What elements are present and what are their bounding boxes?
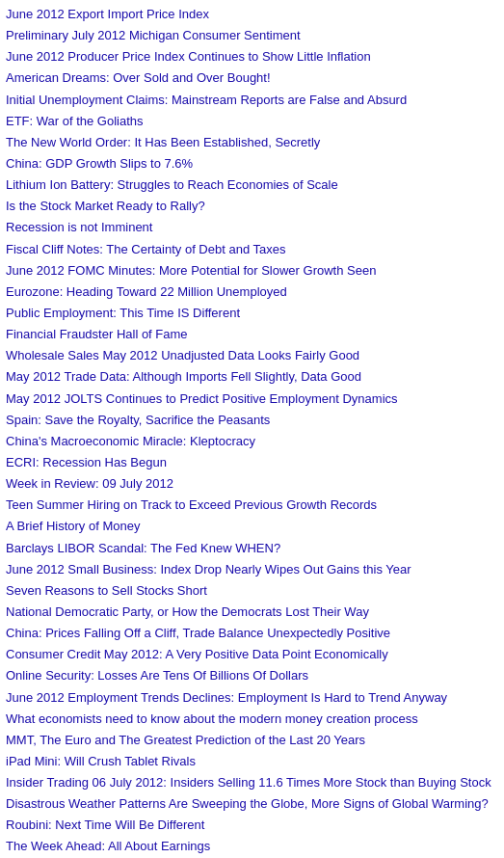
article-link[interactable]: MMT, The Euro and The Greatest Predictio… <box>6 730 498 751</box>
article-link[interactable]: June 2012 Producer Price Index Continues… <box>6 46 498 67</box>
article-link[interactable]: May 2012 Trade Data: Although Imports Fe… <box>6 366 498 388</box>
article-link[interactable]: Barclays LIBOR Scandal: The Fed Knew WHE… <box>6 538 498 559</box>
article-link[interactable]: Disastrous Weather Patterns Are Sweeping… <box>6 793 498 815</box>
article-link[interactable]: Is the Stock Market Ready to Rally? <box>6 196 498 217</box>
article-link[interactable]: National Democratic Party, or How the De… <box>6 602 498 623</box>
article-link[interactable]: June 2012 Employment Trends Declines: Em… <box>6 687 498 709</box>
article-link[interactable]: June 2012 FOMC Minutes: More Potential f… <box>6 260 498 282</box>
article-list: June 2012 Export Import Price IndexPreli… <box>6 4 498 858</box>
article-link[interactable]: Consumer Credit May 2012: A Very Positiv… <box>6 644 498 665</box>
article-link[interactable]: Seven Reasons to Sell Stocks Short <box>6 580 498 602</box>
article-link[interactable]: The New World Order: It Has Been Establi… <box>6 132 498 153</box>
article-link[interactable]: Public Employment: This Time IS Differen… <box>6 303 498 324</box>
article-link[interactable]: What economists need to know about the m… <box>6 709 498 730</box>
article-link[interactable]: May 2012 JOLTS Continues to Predict Posi… <box>6 389 498 410</box>
article-link[interactable]: Wholesale Sales May 2012 Unadjusted Data… <box>6 345 498 366</box>
article-link[interactable]: ECRI: Recession Has Begun <box>6 452 498 473</box>
article-link[interactable]: Teen Summer Hiring on Track to Exceed Pr… <box>6 495 498 516</box>
article-link[interactable]: China: Prices Falling Off a Cliff, Trade… <box>6 623 498 644</box>
article-link[interactable]: Financial Fraudster Hall of Fame <box>6 324 498 345</box>
article-link[interactable]: Fiscal Cliff Notes: The Certainty of Deb… <box>6 239 498 260</box>
article-link[interactable]: Lithium Ion Battery: Struggles to Reach … <box>6 174 498 196</box>
article-link[interactable]: Recession is not Imminent <box>6 217 498 238</box>
article-link[interactable]: Week in Review: 09 July 2012 <box>6 473 498 495</box>
article-link[interactable]: China: GDP Growth Slips to 7.6% <box>6 153 498 174</box>
article-link[interactable]: Online Security: Losses Are Tens Of Bill… <box>6 665 498 686</box>
article-link[interactable]: Insider Trading 06 July 2012: Insiders S… <box>6 772 498 793</box>
article-link[interactable]: Roubini: Next Time Will Be Different <box>6 815 498 836</box>
article-link[interactable]: China's Macroeconomic Miracle: Kleptocra… <box>6 431 498 452</box>
article-link[interactable]: June 2012 Export Import Price Index <box>6 4 498 25</box>
article-link[interactable]: Initial Unemployment Claims: Mainstream … <box>6 90 498 111</box>
article-link[interactable]: iPad Mini: Will Crush Tablet Rivals <box>6 751 498 772</box>
article-link[interactable]: June 2012 Small Business: Index Drop Nea… <box>6 559 498 580</box>
article-link[interactable]: A Brief History of Money <box>6 516 498 537</box>
article-link[interactable]: The Week Ahead: All About Earnings <box>6 836 498 857</box>
article-link[interactable]: ETF: War of the Goliaths <box>6 111 498 132</box>
article-link[interactable]: Spain: Save the Royalty, Sacrifice the P… <box>6 410 498 431</box>
article-link[interactable]: American Dreams: Over Sold and Over Boug… <box>6 67 498 89</box>
article-link[interactable]: Preliminary July 2012 Michigan Consumer … <box>6 25 498 46</box>
article-link[interactable]: Eurozone: Heading Toward 22 Million Unem… <box>6 282 498 303</box>
